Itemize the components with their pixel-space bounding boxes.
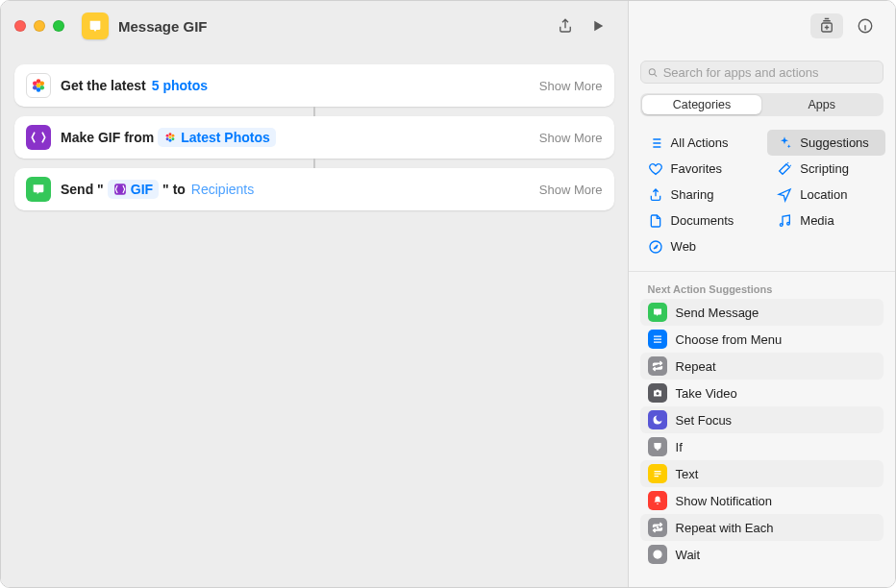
library-button[interactable] bbox=[810, 13, 843, 38]
segment-apps[interactable]: Apps bbox=[761, 95, 882, 114]
suggestions-header: Next Action Suggestions bbox=[629, 278, 895, 299]
messages-icon bbox=[26, 177, 51, 202]
latest-photos-token[interactable]: Latest Photos bbox=[158, 128, 276, 147]
doc-icon bbox=[648, 213, 663, 229]
suggestion-label: Choose from Menu bbox=[676, 332, 783, 347]
category-location[interactable]: Location bbox=[767, 182, 885, 208]
suggestion-label: If bbox=[676, 440, 683, 454]
show-more-button[interactable]: Show More bbox=[539, 131, 603, 145]
category-label: Favorites bbox=[671, 161, 722, 176]
category-sharing[interactable]: Sharing bbox=[638, 182, 757, 208]
minimize-window-button[interactable] bbox=[34, 20, 45, 32]
svg-point-17 bbox=[649, 68, 655, 74]
gif-mini-icon bbox=[113, 183, 127, 196]
svg-point-0 bbox=[37, 84, 41, 88]
svg-point-7 bbox=[169, 136, 172, 139]
suggestion-choose-from-menu[interactable]: Choose from Menu bbox=[640, 326, 884, 353]
segment-categories[interactable]: Categories bbox=[642, 95, 762, 114]
suggestion-send-message[interactable]: Send Message bbox=[640, 299, 884, 326]
token-label: GIF bbox=[131, 182, 153, 197]
suggestion-label: Text bbox=[676, 467, 699, 481]
category-suggestions[interactable]: Suggestions bbox=[767, 130, 885, 156]
sidebar: Categories Apps All Actions Favorites Sh… bbox=[629, 1, 895, 587]
run-button[interactable] bbox=[582, 13, 614, 38]
svg-point-1 bbox=[37, 79, 41, 84]
suggestion-show-notification[interactable]: Show Notification bbox=[640, 487, 884, 514]
share-button[interactable] bbox=[549, 13, 582, 38]
workflow-area: Get the latest 5 photos Show More Make G… bbox=[1, 51, 628, 587]
main-pane: Message GIF Get the latest 5 photos Show… bbox=[1, 1, 629, 587]
suggestion-label: Send Message bbox=[676, 306, 759, 320]
photos-mini-icon bbox=[163, 131, 177, 144]
window-title: Message GIF bbox=[118, 18, 208, 35]
camera-icon bbox=[648, 383, 667, 403]
shortcut-icon bbox=[82, 12, 109, 39]
category-all-actions[interactable]: All Actions bbox=[638, 130, 757, 156]
search-input[interactable] bbox=[663, 65, 877, 80]
show-more-button[interactable]: Show More bbox=[539, 183, 603, 197]
action-make-gif[interactable]: Make GIF from Latest Photos Show More bbox=[14, 116, 614, 159]
list-icon bbox=[648, 135, 663, 151]
clock-icon bbox=[648, 545, 667, 564]
svg-point-10 bbox=[172, 137, 175, 140]
suggestion-text[interactable]: Text bbox=[640, 460, 884, 487]
action-label: Get the latest 5 photos bbox=[61, 78, 210, 93]
repeat-icon bbox=[648, 356, 667, 376]
info-button[interactable] bbox=[849, 13, 882, 38]
svg-point-4 bbox=[37, 87, 41, 92]
svg-point-13 bbox=[166, 135, 169, 137]
gif-token[interactable]: GIF bbox=[108, 180, 159, 199]
suggestion-if[interactable]: If bbox=[640, 433, 884, 460]
categories-grid: All Actions Favorites Sharing Documents … bbox=[629, 124, 895, 265]
category-media[interactable]: Media bbox=[767, 208, 885, 233]
segmented-control[interactable]: Categories Apps bbox=[640, 93, 884, 116]
toolbar: Message GIF bbox=[1, 1, 628, 51]
action-get-latest-photos[interactable]: Get the latest 5 photos Show More bbox=[14, 64, 614, 107]
search-row bbox=[629, 51, 895, 89]
traffic-lights bbox=[14, 20, 64, 32]
svg-point-19 bbox=[781, 223, 784, 226]
connector bbox=[313, 159, 315, 168]
action-send-message[interactable]: Send " GIF " to Recipients Show More bbox=[14, 168, 614, 210]
sidebar-toolbar bbox=[629, 1, 895, 51]
photo-count-token[interactable]: 5 photos bbox=[150, 78, 210, 93]
suggestion-take-video[interactable]: Take Video bbox=[640, 380, 884, 406]
menu-icon bbox=[648, 330, 667, 349]
category-label: All Actions bbox=[671, 135, 729, 150]
category-web[interactable]: Web bbox=[638, 233, 757, 259]
category-label: Sharing bbox=[671, 187, 714, 202]
category-label: Location bbox=[800, 187, 847, 202]
svg-point-20 bbox=[787, 222, 790, 225]
category-label: Scripting bbox=[800, 161, 849, 176]
close-window-button[interactable] bbox=[14, 20, 26, 32]
svg-point-21 bbox=[656, 392, 659, 395]
recipients-token[interactable]: Recipients bbox=[189, 182, 256, 197]
sparkle-icon bbox=[777, 135, 792, 151]
suggestion-repeat[interactable]: Repeat bbox=[640, 353, 884, 380]
suggestion-set-focus[interactable]: Set Focus bbox=[640, 406, 884, 433]
bubble-icon bbox=[648, 303, 667, 322]
search-icon bbox=[647, 66, 659, 79]
suggestion-list: Send Message Choose from Menu Repeat Tak… bbox=[629, 299, 895, 568]
show-more-button[interactable]: Show More bbox=[539, 79, 603, 93]
search-field[interactable] bbox=[640, 61, 884, 84]
gif-maker-icon bbox=[26, 125, 51, 150]
window: Message GIF Get the latest 5 photos Show… bbox=[0, 0, 896, 588]
share-icon bbox=[648, 187, 663, 203]
text-icon bbox=[648, 464, 667, 483]
category-documents[interactable]: Documents bbox=[638, 208, 757, 233]
suggestion-label: Set Focus bbox=[676, 413, 733, 428]
svg-point-11 bbox=[169, 139, 172, 142]
category-scripting[interactable]: Scripting bbox=[767, 156, 885, 182]
suggestion-label: Repeat with Each bbox=[676, 521, 774, 535]
suggestion-repeat-with-each[interactable]: Repeat with Each bbox=[640, 514, 884, 541]
svg-point-3 bbox=[40, 86, 45, 90]
fullscreen-window-button[interactable] bbox=[53, 20, 64, 32]
category-label: Suggestions bbox=[800, 135, 869, 150]
category-favorites[interactable]: Favorites bbox=[638, 156, 757, 182]
suggestion-label: Take Video bbox=[676, 386, 737, 401]
suggestion-wait[interactable]: Wait bbox=[640, 541, 884, 568]
connector bbox=[313, 107, 315, 116]
svg-point-5 bbox=[33, 86, 37, 90]
branch-icon bbox=[648, 437, 667, 456]
